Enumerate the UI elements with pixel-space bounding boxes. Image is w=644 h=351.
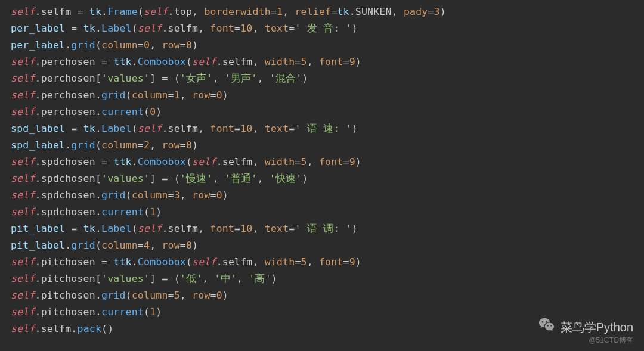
code-token: . — [168, 6, 174, 17]
code-token: = — [210, 190, 216, 201]
code-token: = — [71, 123, 83, 134]
code-token: pit_label — [11, 223, 71, 234]
credit-text: @51CTO博客 — [589, 332, 633, 349]
code-token: ( — [174, 273, 180, 284]
code-token: grid — [71, 240, 95, 251]
code-token: 5 — [174, 290, 180, 301]
code-token: selfm — [41, 323, 72, 334]
code-token: . — [35, 56, 41, 67]
code-token: selfm — [222, 256, 253, 268]
code-token: , — [202, 273, 214, 284]
code-token: ( — [174, 173, 180, 184]
code-token: per_label — [11, 39, 65, 51]
code-token: . — [65, 39, 71, 51]
code-token: ( — [95, 240, 101, 251]
code-token: self — [11, 89, 35, 101]
code-token: = — [289, 223, 295, 234]
code-token: = — [289, 23, 295, 34]
code-token: column — [101, 39, 138, 51]
code-token: row — [192, 290, 210, 301]
code-token: ttk — [113, 256, 131, 268]
code-token: = — [289, 123, 295, 134]
code-token: spd_label — [11, 139, 65, 151]
code-token: ) — [355, 256, 361, 268]
code-token: . — [95, 306, 101, 318]
code-token: 5 — [301, 256, 307, 268]
code-token: . — [35, 256, 41, 268]
code-token: self — [11, 106, 35, 117]
code-token: . — [95, 223, 101, 234]
code-token: tk — [337, 6, 349, 17]
code-token: column — [101, 240, 138, 251]
code-token: ' 发 音: ' — [295, 23, 351, 34]
code-token: ( — [186, 156, 192, 167]
code-token: . — [95, 106, 101, 117]
code-token: selfm — [41, 6, 78, 17]
code-token: = — [234, 123, 240, 134]
code-token: ( — [144, 306, 150, 318]
code-token: ' 语 速: ' — [295, 123, 351, 134]
code-token: 0 — [186, 240, 192, 251]
code-token: . — [35, 206, 41, 218]
code-token: spdchosen — [41, 206, 95, 218]
code-token: perchosen — [41, 56, 101, 67]
code-token: '女声' — [180, 73, 213, 84]
code-token: = — [180, 39, 186, 51]
code-token: self — [11, 256, 35, 268]
code-token: 'values' — [101, 273, 150, 284]
code-token: = — [234, 223, 240, 234]
code-token: tk — [89, 6, 101, 17]
code-token: perchosen — [41, 73, 95, 84]
code-token: font — [210, 123, 235, 134]
code-token: , — [213, 73, 225, 84]
code-line: self.pitchosen = ttk.Combobox(self.selfm… — [11, 254, 633, 271]
code-token: '中' — [215, 273, 237, 284]
code-token: , — [252, 23, 264, 34]
code-token: pitchosen — [41, 256, 101, 268]
code-token: = — [295, 256, 301, 268]
code-token: ) — [222, 89, 228, 101]
code-token: = — [168, 290, 174, 301]
code-token: . — [35, 190, 41, 201]
code-line: self.pitchosen['values'] = ('低', '中', '高… — [11, 271, 633, 287]
code-token: = — [101, 256, 113, 268]
code-token: = — [210, 89, 216, 101]
code-token: self — [11, 173, 35, 184]
code-token: . — [162, 23, 168, 34]
code-token: Label — [101, 123, 132, 134]
code-token: 0 — [186, 139, 192, 151]
code-token: row — [192, 190, 210, 201]
code-token: selfm — [168, 123, 199, 134]
code-token: pitchosen — [41, 306, 95, 318]
code-token: 2 — [144, 139, 150, 151]
code-token: ( — [132, 23, 138, 34]
code-token: font — [319, 156, 343, 167]
code-token: per_label — [11, 23, 71, 34]
code-token: top — [174, 6, 192, 17]
code-token: row — [162, 240, 179, 251]
code-token: = — [138, 139, 144, 151]
code-token: ( — [126, 89, 132, 101]
code-token: 9 — [349, 256, 355, 268]
code-token: ( — [186, 56, 192, 67]
code-token: , — [180, 89, 192, 101]
code-token: 10 — [240, 23, 252, 34]
code-token: . — [101, 6, 107, 17]
code-token: ( — [132, 223, 138, 234]
code-token: '男声' — [225, 73, 258, 84]
code-token: Combobox — [138, 156, 186, 167]
code-token: = — [295, 56, 301, 67]
code-token: , — [257, 173, 269, 184]
code-token: . — [35, 323, 41, 334]
code-token: = — [210, 290, 216, 301]
code-token: = — [78, 6, 89, 17]
code-token: . — [162, 223, 168, 234]
code-token: 1 — [174, 89, 180, 101]
code-token: . — [35, 273, 41, 284]
code-token: [ — [95, 273, 101, 284]
code-token: , — [180, 190, 192, 201]
code-token: , — [392, 6, 404, 17]
code-token: current — [101, 206, 144, 218]
code-token: ) — [192, 240, 198, 251]
code-token: 1 — [150, 206, 156, 218]
